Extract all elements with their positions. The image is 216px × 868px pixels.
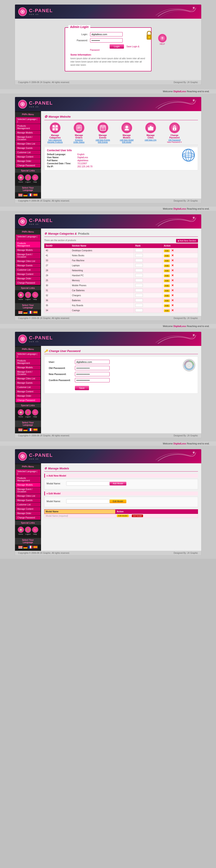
mw-add-city-link[interactable]: Add New City — [140, 139, 161, 141]
sidebar-item-cities[interactable]: Manage Cities List — [16, 142, 40, 146]
sidebar-item-order-5[interactable]: Manage Order — [16, 511, 40, 516]
sidebar-item-content-4[interactable]: Manage Content — [16, 390, 40, 394]
rank-input[interactable] — [135, 299, 143, 302]
sidebar-item-content-5[interactable]: Manage Content — [16, 507, 40, 511]
pw-confirm-input[interactable] — [75, 378, 110, 382]
rank-input[interactable] — [135, 249, 143, 252]
logout-nav-4[interactable]: 🚪 Logout — [25, 409, 31, 418]
delete-category-btn[interactable]: ✕ — [171, 264, 174, 267]
sidebar-item-password[interactable]: Change Password — [16, 163, 40, 167]
flag-de-5[interactable] — [23, 546, 28, 549]
sidebar-item-events-4[interactable]: Manage Event / Occasion — [16, 370, 40, 376]
mw-edit-events-link[interactable]: Edit Events — [92, 141, 114, 143]
pw-old-input[interactable] — [75, 366, 110, 370]
home-nav-5[interactable]: 🏠 Home — [18, 527, 24, 535]
delete-category-btn[interactable]: ✕ — [171, 274, 174, 277]
home-nav-4[interactable]: 🏠 Home — [18, 409, 24, 418]
edit-category-btn[interactable]: Edit — [164, 275, 170, 277]
sidebar-item-guests[interactable]: Manage Guests — [16, 146, 40, 150]
rank-input[interactable] — [135, 264, 143, 267]
help-nav-5[interactable]: ❓ Help — [32, 527, 38, 535]
sidebar-item-cities-5[interactable]: Manage Cities List — [16, 494, 40, 498]
help-button[interactable]: ? HELP — [158, 34, 167, 45]
help-nav-3[interactable]: ❓ Help — [32, 292, 38, 300]
mw-manage-products-link[interactable]: Manage Products — [44, 141, 66, 143]
rank-input[interactable] — [135, 294, 143, 297]
edit-category-btn[interactable]: Edit — [164, 305, 170, 307]
flag-es-5[interactable] — [33, 546, 37, 549]
mw-add-model-link[interactable]: Add New Model — [116, 139, 137, 141]
mw-enquires-link[interactable]: Enquires — [68, 139, 90, 141]
flag-es-3[interactable] — [33, 311, 37, 314]
rank-input[interactable] — [135, 284, 143, 287]
sidebar-item-products-4[interactable]: Products Management — [16, 359, 40, 365]
edit-category-btn[interactable]: Edit — [164, 279, 170, 282]
edit-category-btn[interactable]: Edit — [164, 284, 170, 287]
logout-nav[interactable]: 🚪 Logout — [25, 175, 31, 183]
logout-nav-3[interactable]: 🚪 Logout — [25, 292, 31, 300]
mw-edit-model-link[interactable]: Edit Model — [116, 141, 137, 143]
flag-es-4[interactable] — [33, 428, 37, 431]
flag-fr-5[interactable] — [28, 546, 33, 549]
sidebar-item-cities-3[interactable]: Manage Cities List — [16, 259, 40, 263]
delete-category-btn[interactable]: ✕ — [171, 309, 174, 312]
mw-categories-icon[interactable] — [50, 122, 61, 133]
pw-save-button[interactable]: Save — [75, 386, 89, 390]
help-nav[interactable]: ❓ Help — [32, 175, 38, 183]
delete-category-btn[interactable]: ✕ — [171, 304, 174, 307]
rank-input[interactable] — [135, 289, 143, 292]
mw-password-icon[interactable] — [169, 122, 180, 133]
delete-category-btn[interactable]: ✕ — [171, 259, 174, 262]
sidebar-item-content-3[interactable]: Manage Content — [16, 272, 40, 276]
delete-category-btn[interactable]: ✕ — [171, 284, 174, 287]
sidebar-item-language[interactable]: Selected Language ( ) — [16, 117, 40, 124]
sidebar-item-models[interactable]: Manage Models — [16, 131, 40, 135]
edit-model-button[interactable]: Edit Model — [110, 499, 126, 503]
mw-orders-icon[interactable] — [73, 122, 85, 133]
sidebar-item-content[interactable]: Manage Content — [16, 155, 40, 159]
delete-category-btn[interactable]: ✕ — [171, 249, 174, 252]
home-nav-3[interactable]: 🏠 Home — [18, 292, 24, 300]
sidebar-item-cities-4[interactable]: Manage Cities List — [16, 376, 40, 381]
edit-category-btn[interactable]: Edit — [164, 265, 170, 267]
sidebar-item-order[interactable]: Manage Order — [16, 159, 40, 163]
delete-category-btn[interactable]: ✕ — [171, 299, 174, 302]
mw-cities-icon[interactable] — [145, 122, 156, 133]
mw-add-events-link[interactable]: Add New Events — [92, 139, 114, 141]
sidebar-item-events-3[interactable]: Manage Event / Occasion — [16, 252, 40, 259]
logout-nav-5[interactable]: 🚪 Logout — [25, 527, 31, 535]
rank-input[interactable] — [135, 254, 143, 257]
rank-input[interactable] — [135, 259, 143, 262]
edit-model-name-input[interactable] — [66, 499, 110, 503]
sidebar-item-language-3[interactable]: Selected Language ( ) — [16, 235, 40, 241]
sidebar-item-password-5[interactable]: Change Password — [16, 516, 40, 520]
sidebar-item-models-3[interactable]: Manage Models — [16, 248, 40, 252]
sidebar-item-guests-3[interactable]: Manage Guests — [16, 264, 40, 268]
flag-us-3[interactable] — [18, 311, 23, 314]
sidebar-item-customers-3[interactable]: Customer List — [16, 268, 40, 272]
mw-models-icon[interactable] — [121, 122, 132, 133]
edit-category-btn[interactable]: Edit — [164, 300, 170, 302]
rank-input[interactable] — [135, 274, 143, 277]
mw-old-pw-link[interactable]: Old Password — [164, 139, 185, 141]
pw-new-input[interactable] — [75, 372, 110, 376]
sidebar-item-password-3[interactable]: Change Password — [16, 281, 40, 285]
sidebar-item-customers-4[interactable]: Customer List — [16, 385, 40, 389]
sidebar-item-events-5[interactable]: Manage Event / Occasion — [16, 487, 40, 494]
sidebar-item-order-4[interactable]: Manage Order — [16, 394, 40, 398]
sidebar-item-models-5[interactable]: Manage Models — [16, 483, 40, 487]
flag-de[interactable] — [23, 193, 28, 196]
delete-category-btn[interactable]: ✕ — [171, 289, 174, 292]
delete-category-btn[interactable]: ✕ — [171, 279, 174, 282]
edit-category-btn[interactable]: Edit — [164, 289, 170, 292]
mw-events-icon[interactable] — [97, 122, 108, 133]
mw-new-pw-link[interactable]: New Password # — [164, 141, 185, 143]
edit-category-btn[interactable]: Edit — [164, 270, 170, 272]
sidebar-item-customers[interactable]: Customer List — [16, 150, 40, 155]
home-nav[interactable]: 🏠 Home — [18, 175, 24, 183]
delete-category-btn[interactable]: ✕ — [171, 269, 174, 272]
rank-input[interactable] — [135, 279, 143, 282]
model-name-input[interactable] — [66, 481, 110, 486]
add-model-button[interactable]: Add Model — [110, 482, 127, 486]
sidebar-item-customers-5[interactable]: Customer List — [16, 503, 40, 507]
